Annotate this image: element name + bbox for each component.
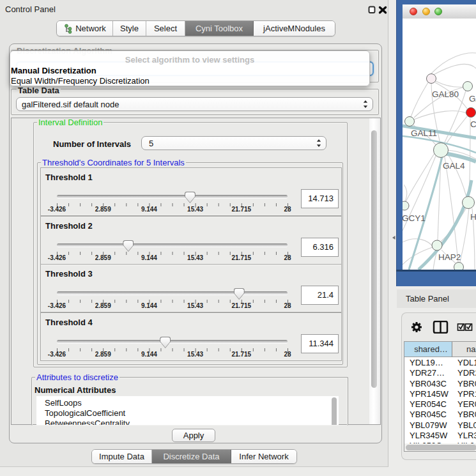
svg-text:C: C <box>470 119 476 129</box>
svg-text:GAL11: GAL11 <box>411 128 437 138</box>
svg-text:GAL4: GAL4 <box>443 161 465 171</box>
svg-text:GCY1: GCY1 <box>403 213 426 223</box>
svg-text:GA: GA <box>469 94 476 104</box>
svg-text:H: H <box>470 212 476 222</box>
svg-text:GAL80: GAL80 <box>432 89 459 99</box>
svg-text:HAP2: HAP2 <box>438 252 461 262</box>
